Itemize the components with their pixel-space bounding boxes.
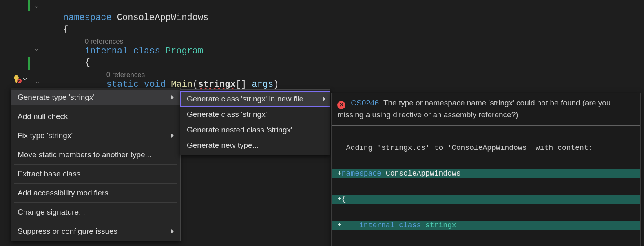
menu-item-move-static-members[interactable]: Move static members to another type...	[11, 147, 180, 163]
menu-item-suppress-configure[interactable]: Suppress or configure issues	[11, 224, 180, 239]
submenu-item-generate-new-type[interactable]: Generate new type...	[180, 138, 330, 153]
diff-header: Adding 'stringx.cs' to 'ConsoleAppWindow…	[332, 142, 640, 153]
quick-actions-menu: Generate type 'stringx' Add null check F…	[11, 88, 181, 241]
menu-item-add-accessibility-modifiers[interactable]: Add accessibility modifiers	[11, 185, 180, 201]
diff-line-added: +{	[332, 195, 640, 204]
menu-item-change-signature[interactable]: Change signature...	[11, 204, 180, 220]
chevron-down-icon	[23, 77, 27, 81]
menu-item-extract-base-class[interactable]: Extract base class...	[11, 166, 180, 182]
change-bar	[28, 57, 30, 70]
submenu-arrow-icon	[171, 134, 174, 138]
submenu-arrow-icon	[171, 95, 174, 99]
chevron-down-icon[interactable]: ⌄	[35, 78, 40, 85]
chevron-down-icon[interactable]: ⌄	[34, 45, 39, 52]
code-editor[interactable]: ⌄ ⌄ ⌄ namespace ConsoleAppWindows { 0 re…	[0, 0, 644, 246]
error-message: CS0246 The type or namespace name 'strin…	[332, 93, 640, 124]
menu-item-fix-typo[interactable]: Fix typo 'stringx'	[11, 128, 180, 143]
fix-preview-panel: CS0246 The type or namespace name 'strin…	[331, 93, 641, 246]
generate-type-submenu: Generate class 'stringx' in new file Gen…	[180, 89, 330, 155]
menu-item-add-null-check[interactable]: Add null check	[11, 109, 180, 124]
error-icon	[337, 101, 345, 109]
menu-item-generate-type[interactable]: Generate type 'stringx'	[11, 90, 180, 105]
menu-separator	[14, 164, 177, 165]
svg-rect-0	[15, 81, 18, 82]
diff-line-added: +namespace ConsoleAppWindows	[332, 169, 640, 178]
menu-separator	[14, 126, 177, 126]
diff-preview: Adding 'stringx.cs' to 'ConsoleAppWindow…	[332, 126, 640, 246]
submenu-arrow-icon	[171, 229, 174, 233]
menu-separator	[14, 145, 177, 145]
menu-separator	[14, 183, 177, 184]
submenu-item-generate-class-new-file[interactable]: Generate class 'stringx' in new file	[180, 91, 330, 107]
menu-separator	[14, 222, 177, 222]
chevron-down-icon[interactable]: ⌄	[34, 2, 39, 9]
diff-line-added: + internal class stringx	[332, 221, 640, 230]
error-code: CS0246	[351, 99, 379, 107]
submenu-item-generate-nested-class[interactable]: Generate nested class 'stringx'	[180, 122, 330, 138]
error-token-stringx[interactable]: stringx	[198, 79, 235, 90]
menu-separator	[14, 107, 177, 107]
submenu-arrow-icon	[323, 97, 326, 101]
menu-separator	[14, 202, 177, 203]
svg-rect-1	[16, 82, 17, 83]
submenu-item-generate-class[interactable]: Generate class 'stringx'	[180, 107, 330, 122]
change-bar	[28, 0, 30, 11]
quick-actions-lightbulb-icon[interactable]	[13, 75, 27, 83]
